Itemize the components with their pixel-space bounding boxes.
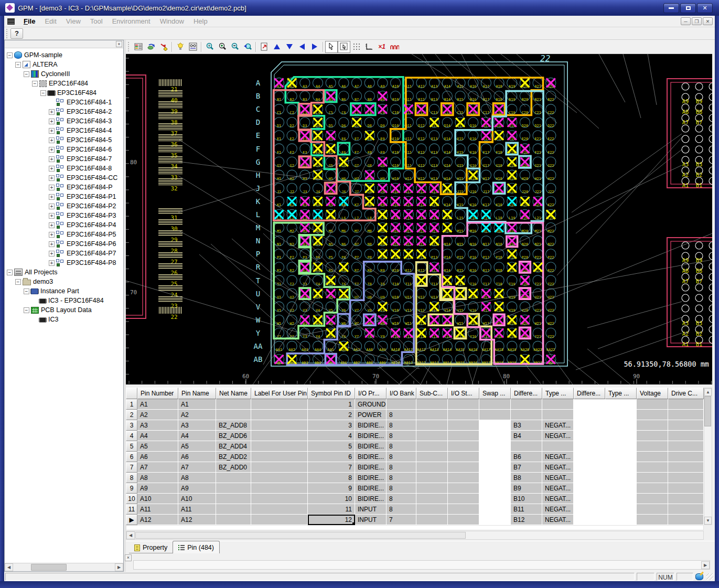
collapse-icon[interactable]: − bbox=[15, 62, 21, 68]
tree-item-instance-part[interactable]: −Instance Part bbox=[5, 286, 123, 296]
table-cell[interactable] bbox=[448, 441, 479, 452]
table-cell[interactable] bbox=[605, 441, 637, 452]
table-cell[interactable] bbox=[479, 504, 511, 515]
tree-hscrollbar[interactable]: ◀ ▶ bbox=[5, 563, 123, 571]
expand-icon[interactable]: + bbox=[49, 241, 55, 247]
table-cell[interactable] bbox=[251, 504, 308, 515]
collapse-icon[interactable]: − bbox=[32, 81, 38, 87]
table-cell[interactable]: 11 bbox=[308, 504, 355, 515]
zoom-previous-button[interactable] bbox=[241, 41, 254, 53]
column-header-row[interactable] bbox=[126, 388, 137, 399]
tree-item-ep3c16f484-p1[interactable]: +EP3C16F484-P1 bbox=[5, 192, 123, 201]
menu-view[interactable]: View bbox=[61, 16, 85, 26]
pan-left-button[interactable] bbox=[296, 41, 308, 53]
zoom-out-button[interactable] bbox=[229, 41, 241, 53]
table-cell[interactable] bbox=[605, 483, 637, 494]
table-cell[interactable]: A9 bbox=[178, 483, 216, 494]
table-cell[interactable] bbox=[448, 431, 479, 441]
table-cell[interactable] bbox=[479, 473, 511, 483]
table-cell[interactable] bbox=[574, 452, 605, 462]
column-header-Net Name[interactable]: Net Name bbox=[216, 388, 251, 399]
table-cell[interactable] bbox=[605, 420, 637, 431]
table-cell[interactable]: B7 bbox=[511, 462, 542, 473]
table-cell[interactable] bbox=[251, 431, 308, 441]
scale-1x-button[interactable]: ×1 bbox=[375, 41, 388, 53]
table-cell[interactable]: A1 bbox=[178, 399, 216, 410]
menu-environment[interactable]: Environment bbox=[108, 16, 155, 26]
tree-item-all-projects[interactable]: −All Projects bbox=[5, 268, 123, 277]
table-cell[interactable] bbox=[668, 515, 704, 525]
tree-item-pcb-layout-data[interactable]: −PCB Layout Data bbox=[5, 305, 123, 315]
window-select-button[interactable] bbox=[338, 41, 350, 53]
table-cell[interactable]: 4 bbox=[308, 431, 355, 441]
table-cell[interactable] bbox=[448, 494, 479, 504]
collapse-icon[interactable]: − bbox=[24, 288, 29, 294]
expand-icon[interactable]: + bbox=[49, 128, 55, 134]
table-cell[interactable] bbox=[479, 399, 511, 410]
column-header-Label For User Pin[interactable]: Label For User Pin bbox=[251, 388, 308, 399]
table-cell[interactable] bbox=[605, 515, 637, 525]
table-cell[interactable]: B11 bbox=[511, 504, 542, 515]
table-cell[interactable] bbox=[216, 473, 251, 483]
tree-item-ep3c16f484-1[interactable]: EP3C16F484-1 bbox=[5, 98, 123, 107]
table-cell[interactable]: NEGAT... bbox=[542, 452, 574, 462]
table-cell[interactable] bbox=[637, 452, 668, 462]
tree-item-ep3c16f484-cc[interactable]: +EP3C16F484-CC bbox=[5, 173, 123, 183]
table-cell[interactable]: A4 bbox=[137, 431, 178, 441]
table-cell[interactable] bbox=[448, 410, 479, 420]
expand-icon[interactable]: + bbox=[49, 147, 55, 153]
table-cell[interactable] bbox=[416, 494, 448, 504]
zoom-in-button[interactable] bbox=[216, 41, 229, 53]
table-cell[interactable] bbox=[251, 420, 308, 431]
minimize-button[interactable] bbox=[663, 3, 679, 13]
collapse-icon[interactable]: − bbox=[7, 52, 13, 58]
table-cell[interactable]: A9 bbox=[137, 483, 178, 494]
table-cell[interactable] bbox=[637, 494, 668, 504]
menu-help[interactable]: Help bbox=[189, 16, 212, 26]
table-cell[interactable] bbox=[448, 515, 479, 525]
table-cell[interactable]: A5 bbox=[137, 441, 178, 452]
mdi-minimize-button[interactable]: ─ bbox=[681, 17, 691, 25]
table-cell[interactable]: GROUND bbox=[355, 399, 387, 410]
tree-item-ep3c16f484-3[interactable]: +EP3C16F484-3 bbox=[5, 116, 123, 126]
table-cell[interactable] bbox=[542, 441, 574, 452]
column-header-Differe...[interactable]: Differe... bbox=[511, 388, 542, 399]
table-cell[interactable]: BIDIRE... bbox=[355, 441, 387, 452]
scroll-right-icon[interactable]: ▶ bbox=[115, 563, 123, 571]
panel-close-icon[interactable]: × bbox=[116, 41, 122, 47]
expand-icon[interactable]: + bbox=[49, 156, 55, 162]
table-cell[interactable] bbox=[448, 420, 479, 431]
scroll-thumb[interactable] bbox=[31, 564, 67, 571]
row-header[interactable]: 10 bbox=[126, 494, 137, 504]
table-cell[interactable] bbox=[416, 410, 448, 420]
tree-item-ep3c16f484-p3[interactable]: +EP3C16F484-P3 bbox=[5, 211, 123, 220]
table-cell[interactable] bbox=[448, 504, 479, 515]
table-cell[interactable]: A7 bbox=[137, 462, 178, 473]
table-cell[interactable] bbox=[637, 483, 668, 494]
tree-item-ep3c16f484-p7[interactable]: +EP3C16F484-P7 bbox=[5, 249, 123, 258]
table-cell[interactable]: A6 bbox=[137, 452, 178, 462]
column-header-Swap ...[interactable]: Swap ... bbox=[479, 388, 511, 399]
row-header[interactable]: 6 bbox=[126, 452, 137, 462]
table-cell[interactable]: POWER bbox=[355, 410, 387, 420]
table-cell[interactable] bbox=[416, 483, 448, 494]
table-cell[interactable] bbox=[251, 410, 308, 420]
table-cell[interactable]: NEGAT... bbox=[542, 420, 574, 431]
table-cell[interactable]: B8 bbox=[511, 473, 542, 483]
table-cell[interactable] bbox=[668, 441, 704, 452]
table-cell[interactable] bbox=[216, 494, 251, 504]
table-cell[interactable]: BIDIRE... bbox=[355, 473, 387, 483]
tree-item-ic3[interactable]: IC3 bbox=[5, 315, 123, 324]
table-cell[interactable] bbox=[637, 431, 668, 441]
table-cell[interactable] bbox=[479, 431, 511, 441]
table-cell[interactable] bbox=[574, 494, 605, 504]
mdi-close-button[interactable]: ✕ bbox=[703, 17, 713, 25]
table-cell[interactable]: A12 bbox=[137, 515, 178, 525]
table-cell[interactable] bbox=[668, 504, 704, 515]
table-cell[interactable]: NEGAT... bbox=[542, 515, 574, 525]
table-cell[interactable]: 8 bbox=[387, 441, 416, 452]
table-cell[interactable] bbox=[668, 431, 704, 441]
table-cell[interactable]: 8 bbox=[387, 452, 416, 462]
table-cell[interactable] bbox=[479, 420, 511, 431]
column-header-Voltage[interactable]: Voltage bbox=[637, 388, 668, 399]
